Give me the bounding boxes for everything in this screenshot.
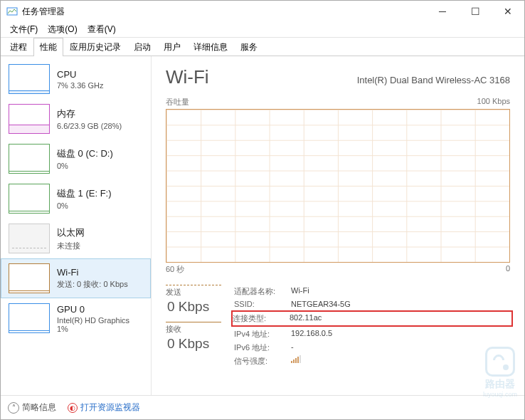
sidebar-sublabel: 0% bbox=[57, 201, 146, 210]
recv-stat: 接收 0 Kbps bbox=[166, 322, 221, 352]
send-stat: 发送 0 Kbps bbox=[166, 285, 221, 315]
chevron-up-icon: ˄ bbox=[8, 402, 19, 414]
sidebar-sublabel: 0% bbox=[57, 162, 146, 170]
disk-thumb bbox=[9, 184, 50, 214]
window-title: 任务管理器 bbox=[22, 6, 426, 18]
menu-file[interactable]: 文件(F) bbox=[5, 22, 43, 37]
info-val: 802.11ac bbox=[290, 313, 322, 324]
tab-startup[interactable]: 启动 bbox=[127, 38, 157, 56]
sidebar-sublabel: Intel(R) HD Graphics 1% bbox=[57, 316, 146, 333]
tab-users[interactable]: 用户 bbox=[157, 38, 187, 56]
sidebar-item-disk1[interactable]: 磁盘 1 (E: F:) 0% bbox=[1, 179, 151, 219]
info-val: Wi-Fi bbox=[291, 286, 309, 297]
wifi-thumb bbox=[9, 263, 50, 293]
minimize-button[interactable]: ─ bbox=[426, 1, 459, 22]
tab-processes[interactable]: 进程 bbox=[4, 38, 33, 56]
chart-label-tr: 100 Kbps bbox=[477, 97, 510, 107]
tab-services[interactable]: 服务 bbox=[234, 38, 264, 56]
menu-view[interactable]: 查看(V) bbox=[83, 22, 121, 37]
chart-label-bl: 60 秒 bbox=[166, 264, 184, 275]
menu-options[interactable]: 选项(O) bbox=[43, 22, 82, 37]
brief-info-toggle[interactable]: ˄ 简略信息 bbox=[8, 401, 56, 414]
info-key: SSID: bbox=[234, 300, 291, 308]
cpu-thumb bbox=[9, 64, 50, 94]
info-val: NETGEAR34-5G bbox=[291, 300, 351, 308]
page-title: Wi-Fi bbox=[166, 66, 209, 88]
resource-monitor-icon: ◐ bbox=[68, 403, 78, 413]
info-key: 适配器名称: bbox=[234, 286, 291, 297]
content-area: CPU 7% 3.36 GHz 内存 6.6/23.9 GB (28%) 磁盘 … bbox=[1, 56, 524, 395]
sidebar-item-ethernet[interactable]: 以太网 未连接 bbox=[1, 219, 151, 258]
chart-label-tl: 吞吐量 bbox=[166, 97, 189, 107]
close-button[interactable]: ✕ bbox=[492, 1, 524, 22]
tab-app-history[interactable]: 应用历史记录 bbox=[63, 38, 127, 56]
throughput-chart-area: 吞吐量 100 Kbps 60 秒 0 bbox=[166, 97, 510, 275]
info-key: IPv6 地址: bbox=[234, 342, 291, 353]
app-icon bbox=[6, 6, 18, 17]
sidebar-item-wifi[interactable]: Wi-Fi 发送: 0 接收: 0 Kbps bbox=[1, 258, 151, 298]
info-val: 192.168.0.5 bbox=[291, 329, 332, 340]
sidebar-label: 磁盘 0 (C: D:) bbox=[57, 147, 146, 160]
signal-strength-icon bbox=[291, 356, 301, 367]
info-val: - bbox=[291, 342, 294, 353]
sidebar-label: 以太网 bbox=[57, 226, 146, 239]
info-table: 适配器名称:Wi-Fi SSID:NETGEAR34-5G 连接类型:802.1… bbox=[234, 285, 510, 368]
task-manager-window: 任务管理器 ─ ☐ ✕ 文件(F) 选项(O) 查看(V) 进程 性能 应用历史… bbox=[0, 0, 525, 420]
info-key: 信号强度: bbox=[234, 356, 291, 367]
performance-sidebar: CPU 7% 3.36 GHz 内存 6.6/23.9 GB (28%) 磁盘 … bbox=[1, 56, 152, 395]
info-key: 连接类型: bbox=[233, 313, 290, 324]
sidebar-label: GPU 0 bbox=[57, 304, 146, 315]
stats-row: 发送 0 Kbps 接收 0 Kbps 适配器名称:Wi-Fi SSID:NET… bbox=[166, 285, 510, 368]
sidebar-label: 内存 bbox=[57, 107, 146, 120]
throughput-chart[interactable] bbox=[166, 109, 510, 263]
sidebar-item-disk0[interactable]: 磁盘 0 (C: D:) 0% bbox=[1, 139, 151, 179]
svg-rect-0 bbox=[7, 8, 17, 15]
sidebar-item-memory[interactable]: 内存 6.6/23.9 GB (28%) bbox=[1, 99, 151, 139]
mem-thumb bbox=[9, 104, 50, 134]
tab-details[interactable]: 详细信息 bbox=[187, 38, 234, 56]
eth-thumb bbox=[9, 224, 50, 253]
sidebar-sublabel: 发送: 0 接收: 0 Kbps bbox=[57, 279, 146, 290]
tab-performance[interactable]: 性能 bbox=[33, 38, 63, 56]
main-panel: Wi-Fi Intel(R) Dual Band Wireless-AC 316… bbox=[152, 56, 524, 395]
menubar: 文件(F) 选项(O) 查看(V) bbox=[1, 22, 524, 38]
disk-thumb bbox=[9, 144, 50, 174]
sidebar-sublabel: 7% 3.36 GHz bbox=[57, 81, 146, 90]
send-value: 0 Kbps bbox=[166, 299, 221, 315]
sidebar-label: CPU bbox=[57, 69, 146, 80]
recv-value: 0 Kbps bbox=[166, 336, 221, 352]
titlebar: 任务管理器 ─ ☐ ✕ bbox=[1, 1, 524, 22]
sidebar-item-cpu[interactable]: CPU 7% 3.36 GHz bbox=[1, 59, 151, 99]
info-key: IPv4 地址: bbox=[234, 329, 291, 340]
window-controls: ─ ☐ ✕ bbox=[426, 1, 524, 22]
send-label: 发送 bbox=[166, 287, 221, 298]
connection-type-row-highlight: 连接类型:802.11ac bbox=[231, 310, 513, 327]
sidebar-label: 磁盘 1 (E: F:) bbox=[57, 187, 146, 200]
sidebar-sublabel: 6.6/23.9 GB (28%) bbox=[57, 122, 146, 130]
sidebar-label: Wi-Fi bbox=[57, 267, 146, 278]
maximize-button[interactable]: ☐ bbox=[459, 1, 492, 22]
gpu-thumb bbox=[9, 303, 50, 333]
sidebar-sublabel: 未连接 bbox=[57, 241, 146, 251]
open-resource-monitor-link[interactable]: ◐ 打开资源监视器 bbox=[68, 401, 140, 414]
tabs: 进程 性能 应用历史记录 启动 用户 详细信息 服务 bbox=[1, 38, 524, 56]
adapter-full-name: Intel(R) Dual Band Wireless-AC 3168 bbox=[357, 75, 510, 85]
footer: ˄ 简略信息 ◐ 打开资源监视器 bbox=[1, 395, 524, 419]
chart-label-br: 0 bbox=[506, 264, 510, 275]
recv-label: 接收 bbox=[166, 324, 221, 335]
main-header: Wi-Fi Intel(R) Dual Band Wireless-AC 316… bbox=[166, 66, 510, 88]
sidebar-item-gpu0[interactable]: GPU 0 Intel(R) HD Graphics 1% bbox=[1, 298, 151, 338]
